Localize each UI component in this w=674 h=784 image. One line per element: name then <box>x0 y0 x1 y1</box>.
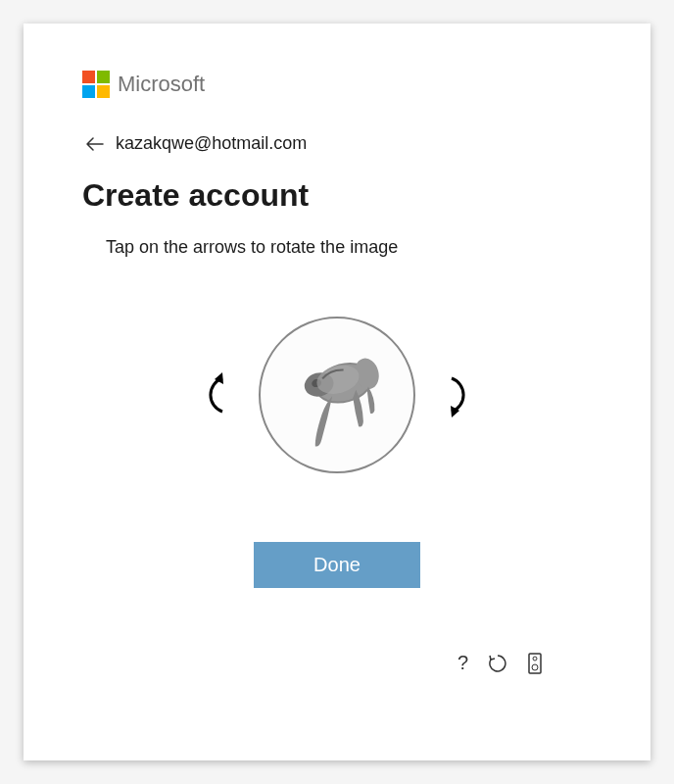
audio-icon[interactable] <box>527 653 543 674</box>
brand-name: Microsoft <box>118 72 205 97</box>
captcha-image-container <box>259 317 415 473</box>
rotate-left-button[interactable] <box>200 371 231 418</box>
done-button[interactable]: Done <box>254 542 420 588</box>
back-arrow-icon[interactable] <box>86 134 104 154</box>
svg-point-7 <box>533 657 537 661</box>
account-email: kazakqwe@hotmail.com <box>116 133 307 154</box>
captcha-footer-controls: ? <box>457 652 543 674</box>
refresh-icon[interactable] <box>488 654 507 673</box>
rotate-right-button[interactable] <box>443 371 474 418</box>
captcha-instruction: Tap on the arrows to rotate the image <box>106 237 592 258</box>
rotate-right-arrow-icon <box>444 372 473 417</box>
page-title: Create account <box>82 177 592 214</box>
identity-row: kazakqwe@hotmail.com <box>86 133 592 154</box>
svg-point-8 <box>532 664 538 670</box>
brand-row: Microsoft <box>82 71 592 98</box>
help-icon[interactable]: ? <box>457 652 468 674</box>
rotate-left-arrow-icon <box>201 372 230 417</box>
captcha-area <box>82 317 592 473</box>
captcha-animal-image <box>262 326 412 464</box>
microsoft-logo-icon <box>82 71 110 98</box>
signup-card: Microsoft kazakqwe@hotmail.com Create ac… <box>24 24 650 760</box>
